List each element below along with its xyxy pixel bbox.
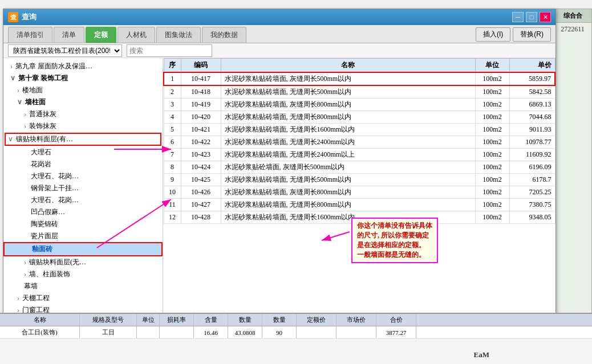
maximize-button[interactable]: □ bbox=[526, 12, 537, 22]
br-num: 90 bbox=[262, 326, 297, 338]
insert-button[interactable]: 插入(I) bbox=[476, 27, 510, 42]
table-row[interactable]: 4 10-420 水泥砂浆粘贴砖墙面, 无缝周长800mm以内 100m2 70… bbox=[164, 111, 555, 124]
tree-xiangtie-you[interactable]: ∨ 镶贴块料面层(有… bbox=[5, 133, 161, 146]
eam-label: EaM bbox=[474, 350, 489, 359]
table-row[interactable]: 6 10-422 水泥砂浆粘贴砖墙面, 无缝周长2400mm以内 100m2 1… bbox=[164, 136, 555, 149]
dialog-icon: 查 bbox=[8, 12, 18, 22]
bh-num: 数量 bbox=[262, 314, 297, 326]
query-dialog: 查 查询 ─ □ ✕ 清单指引 清单 定额 人材机 图集做法 我的数据 插入(I… bbox=[3, 9, 556, 345]
selector-bar: 陕西省建筑装饰工程价目表(2009) bbox=[3, 43, 555, 58]
bh-spec: 规格及型号 bbox=[80, 314, 137, 326]
table-row[interactable]: 3 10-419 水泥砂浆粘贴砖墙面, 灰缝周长800mm以内 100m2 68… bbox=[164, 99, 555, 111]
bottom-data-row[interactable]: 合工日(装饰) 工日 16.46 43.0808 90 3877.27 bbox=[0, 326, 592, 339]
bh-market: 市场价 bbox=[336, 314, 376, 326]
br-total: 3877.27 bbox=[376, 326, 416, 338]
header-name: 名称 bbox=[221, 59, 475, 73]
tree-panel: › 第九章 屋面防水及保温… ∨ 第十章 装饰工程 › 楼地面 ∨ 墙柱面 › … bbox=[3, 58, 163, 327]
tree-tianpeng[interactable]: › 天棚工程 bbox=[3, 292, 163, 304]
header-price: 单价 bbox=[509, 59, 555, 73]
bh-total: 合价 bbox=[376, 314, 416, 326]
table-row[interactable]: 2 10-418 水泥砂浆粘贴砖墙面, 无缝周长500mm以内 100m2 58… bbox=[164, 85, 555, 99]
close-button[interactable]: ✕ bbox=[540, 12, 551, 22]
annotation-box: 你这个清单没有告诉具体 的尺寸, 所以你需要确定 是在选择相应的定额。 一般墙面… bbox=[351, 218, 438, 263]
minimize-button[interactable]: ─ bbox=[512, 12, 524, 22]
tab-actions: 插入(I) 替换(R) bbox=[476, 27, 551, 43]
tree-dalihua[interactable]: 大理石、花岗… bbox=[3, 170, 163, 182]
tree-dali2[interactable]: 大理石、花岗… bbox=[3, 194, 163, 206]
bh-unit: 单位 bbox=[137, 314, 160, 326]
tree-qiangzhumian[interactable]: ∨ 墙柱面 bbox=[3, 96, 163, 108]
br-qty: 43.0808 bbox=[228, 326, 262, 338]
header-code: 编码 bbox=[181, 59, 221, 73]
br-spec: 工日 bbox=[80, 326, 137, 338]
quota-table: 序 编码 名称 单位 单价 1 10-417 水泥砂浆粘贴砖墙面, 灰缝周长50… bbox=[163, 58, 555, 224]
br-market bbox=[336, 326, 376, 338]
table-row[interactable]: 10 10-426 水泥砂浆粘贴砖墙面, 灰缝周长800mm以内 100m2 7… bbox=[164, 186, 555, 199]
bh-quota: 定额价 bbox=[297, 314, 336, 326]
header-unit: 单位 bbox=[475, 59, 509, 73]
main-window: 综合合 2722611 查 查询 ─ □ ✕ 清单指引 清单 定额 人材机 图集… bbox=[0, 0, 592, 364]
table-row[interactable]: 11 10-427 水泥砂浆粘贴砖墙面, 无缝周长800mm以内 100m2 7… bbox=[164, 199, 555, 211]
br-name: 合工日(装饰) bbox=[0, 326, 80, 338]
tree-ganggu[interactable]: 钢骨架上干挂… bbox=[3, 182, 163, 194]
right-summary-panel: 综合合 2722611 bbox=[553, 9, 592, 345]
header-seq: 序 bbox=[164, 59, 181, 73]
tree-youmianzhuang[interactable]: 釉面砖 bbox=[3, 242, 163, 256]
table-row[interactable]: 9 10-425 水泥砂浆粘贴砖墙面, 无缝周长500mm以内 100m2 61… bbox=[164, 174, 555, 186]
tree-chapter9[interactable]: › 第九章 屋面防水及保温… bbox=[3, 60, 163, 72]
svg-line-1 bbox=[322, 232, 350, 240]
tab-rencaiji[interactable]: 人材机 bbox=[117, 27, 155, 43]
content-area: › 第九章 屋面防水及保温… ∨ 第十章 装饰工程 › 楼地面 ∨ 墙柱面 › … bbox=[3, 58, 555, 327]
table-row[interactable]: 1 10-417 水泥砂浆粘贴砖墙面, 灰缝周长500mm以内 100m2 58… bbox=[164, 72, 555, 85]
tab-bar: 清单指引 清单 定额 人材机 图集做法 我的数据 插入(I) 替换(R) bbox=[3, 25, 555, 43]
dialog-titlebar: 查 查询 ─ □ ✕ bbox=[3, 9, 555, 25]
br-quota bbox=[297, 326, 336, 338]
tree-zhuangshi-mohui[interactable]: › 装饰抹灰 bbox=[3, 120, 163, 132]
table-row[interactable]: 5 10-421 水泥砂浆粘贴砖墙面, 无缝周长1600mm以内 100m2 9… bbox=[164, 124, 555, 136]
tree-qiang-zhu-zhuangshi[interactable]: › 墙、柱面装饰 bbox=[3, 268, 163, 280]
tree-huagang[interactable]: 花岗岩 bbox=[3, 158, 163, 170]
tree-cipian[interactable]: 瓷片面层 bbox=[3, 230, 163, 242]
tab-dinge[interactable]: 定额 bbox=[86, 27, 116, 43]
summary-title: 综合合 bbox=[554, 9, 591, 23]
table-row[interactable]: 8 10-424 水泥砂浆贴砼墙面, 灰缝周长500mm以内 100m2 619… bbox=[164, 161, 555, 174]
tree-loudemian[interactable]: › 楼地面 bbox=[3, 84, 163, 96]
province-selector[interactable]: 陕西省建筑装饰工程价目表(2009) bbox=[8, 44, 122, 57]
tree-dali[interactable]: 大理石 bbox=[3, 146, 163, 158]
br-contain: 16.46 bbox=[194, 326, 228, 338]
table-row[interactable]: 7 10-423 水泥砂浆粘贴砖墙面, 无缝周长2400mm以上 100m2 1… bbox=[164, 149, 555, 161]
window-controls: ─ □ ✕ bbox=[512, 12, 551, 22]
dialog-title: 查询 bbox=[22, 12, 37, 22]
search-input[interactable] bbox=[127, 44, 212, 57]
tree-aotujiama[interactable]: 凹凸假麻… bbox=[3, 206, 163, 218]
tab-qingdan[interactable]: 清单 bbox=[54, 27, 84, 43]
br-loss bbox=[160, 326, 194, 338]
tree-taoci[interactable]: 陶瓷锦砖 bbox=[3, 218, 163, 230]
tab-qingdan-zhiyin[interactable]: 清单指引 bbox=[8, 27, 52, 43]
bh-loss: 损耗率 bbox=[160, 314, 194, 326]
tree-chapter10[interactable]: ∨ 第十章 装饰工程 bbox=[3, 72, 163, 84]
replace-button[interactable]: 替换(R) bbox=[513, 27, 551, 42]
tree-xiangtie-wu[interactable]: › 镶贴块料面层(无… bbox=[3, 256, 163, 268]
bottom-table-area: 名称 规格及型号 单位 损耗率 含量 数量 数量 定额价 市场价 合价 合工日(… bbox=[0, 313, 592, 364]
bh-contain: 含量 bbox=[194, 314, 228, 326]
summary-value: 2722611 bbox=[554, 23, 591, 36]
tree-putong-mohui[interactable]: › 普通抹灰 bbox=[3, 108, 163, 120]
bottom-table-header: 名称 规格及型号 单位 损耗率 含量 数量 数量 定额价 市场价 合价 bbox=[0, 314, 592, 326]
bh-name: 名称 bbox=[0, 314, 80, 326]
table-panel: 序 编码 名称 单位 单价 1 10-417 水泥砂浆粘贴砖墙面, 灰缝周长50… bbox=[163, 58, 555, 327]
bh-qty: 数量 bbox=[228, 314, 262, 326]
br-unit bbox=[137, 326, 160, 338]
tab-tujizuofa[interactable]: 图集做法 bbox=[156, 27, 201, 43]
tree-muqiang[interactable]: 幕墙 bbox=[3, 280, 163, 292]
tab-wodeshuju[interactable]: 我的数据 bbox=[202, 27, 246, 43]
